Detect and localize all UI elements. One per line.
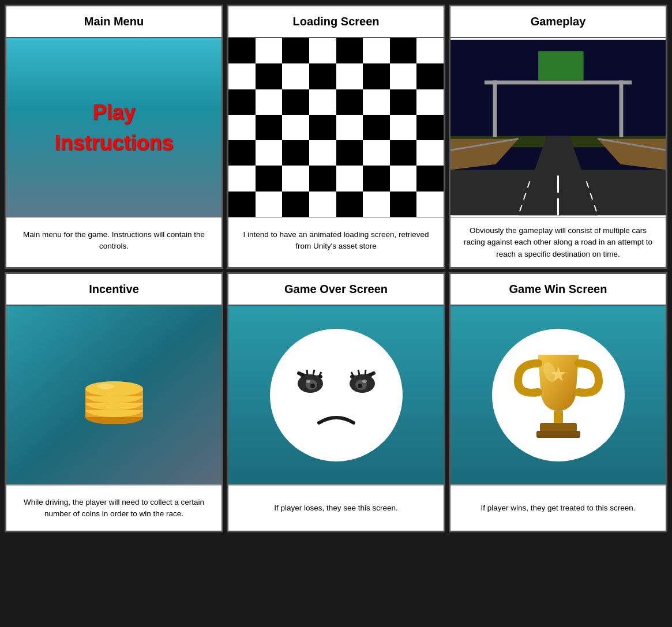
checker-cell: [416, 115, 444, 140]
desc-incentive: While driving, the player will need to c…: [6, 485, 222, 531]
checker-cell: [228, 166, 256, 191]
checker-cell: [228, 192, 256, 217]
trophy-display: [492, 329, 625, 461]
checker-cell: [336, 115, 363, 140]
svg-rect-44: [536, 431, 580, 438]
checker-cell: [336, 38, 363, 63]
svg-rect-11: [485, 81, 632, 85]
cell-game-win: Game Win Screen: [449, 272, 667, 532]
checker-cell: [363, 38, 390, 63]
checker-cell: [309, 140, 336, 166]
checker-cell: [336, 166, 363, 191]
image-incentive: [6, 306, 222, 485]
checker-cell: [309, 63, 336, 89]
checker-cell: [256, 140, 283, 166]
checker-cell: [256, 166, 283, 191]
checker-cell: [256, 115, 283, 140]
cell-gameplay: Gameplay: [449, 5, 667, 269]
image-loading-screen: [228, 38, 444, 217]
game-over-background: [228, 306, 444, 485]
checker-cell: [228, 63, 256, 89]
checker-cell: [390, 140, 417, 166]
sad-face-svg: [279, 337, 394, 453]
checker-cell: [282, 38, 309, 63]
checker-cell: [228, 115, 256, 140]
cell-game-over: Game Over Screen: [227, 272, 445, 532]
checker-cell: [390, 38, 417, 63]
checker-cell: [309, 89, 336, 115]
svg-line-40: [365, 370, 366, 375]
svg-line-39: [358, 370, 359, 375]
cell-loading-screen: Loading Screen I intend to have an anima…: [227, 5, 445, 269]
svg-rect-43: [540, 423, 577, 432]
desc-loading-screen: I intend to have an animated loading scr…: [228, 217, 444, 263]
header-gameplay: Gameplay: [450, 6, 666, 38]
checker-cell: [390, 63, 417, 89]
svg-line-31: [307, 370, 307, 375]
checker-cell: [309, 115, 336, 140]
svg-point-36: [358, 384, 362, 388]
checker-cell: [256, 63, 283, 89]
checker-cell: [282, 89, 309, 115]
desc-game-win: If player wins, they get treated to this…: [450, 485, 666, 531]
checker-cell: [363, 192, 390, 217]
incentive-background: [6, 306, 222, 485]
svg-line-32: [313, 370, 314, 375]
image-main-menu: Play Instructions: [6, 38, 222, 217]
desc-main-menu: Main menu for the game. Instructions wil…: [6, 217, 222, 263]
checker-cell: [336, 140, 363, 166]
checker-cell: [416, 63, 444, 89]
trophy-svg: [506, 343, 610, 447]
svg-point-29: [306, 380, 310, 383]
checker-cell: [363, 166, 390, 191]
cell-incentive: Incentive: [5, 272, 223, 532]
checker-cell: [256, 38, 283, 63]
checker-cell: [416, 166, 444, 191]
svg-point-28: [310, 384, 315, 388]
svg-rect-13: [620, 81, 624, 137]
checker-cell: [416, 140, 444, 166]
checkerboard-pattern: [228, 38, 444, 217]
image-game-win: [450, 306, 666, 485]
header-game-win: Game Win Screen: [450, 274, 666, 306]
checker-cell: [390, 192, 417, 217]
checker-cell: [228, 89, 256, 115]
checker-cell: [256, 89, 283, 115]
header-main-menu: Main Menu: [6, 6, 222, 38]
header-incentive: Incentive: [6, 274, 222, 306]
checker-cell: [363, 115, 390, 140]
checker-cell: [336, 63, 363, 89]
cell-main-menu: Main Menu Play Instructions Main menu fo…: [5, 5, 223, 269]
checker-cell: [282, 115, 309, 140]
checker-cell: [390, 115, 417, 140]
svg-rect-12: [493, 81, 497, 137]
checker-cell: [282, 166, 309, 191]
coin-stack: [68, 366, 160, 424]
svg-point-24: [85, 381, 143, 396]
checker-cell: [228, 38, 256, 63]
svg-rect-42: [554, 411, 563, 424]
checker-cell: [336, 192, 363, 217]
main-menu-background: Play Instructions: [6, 38, 222, 217]
coins-svg: [68, 366, 160, 424]
checker-cell: [363, 89, 390, 115]
gameplay-svg: [450, 38, 666, 217]
checker-cell: [416, 38, 444, 63]
checker-cell: [390, 166, 417, 191]
checker-cell: [282, 63, 309, 89]
header-game-over: Game Over Screen: [228, 274, 444, 306]
checker-cell: [416, 89, 444, 115]
svg-rect-10: [538, 51, 584, 80]
main-menu-play: Play: [92, 100, 135, 125]
storyboard-grid: Main Menu Play Instructions Main menu fo…: [5, 5, 667, 532]
image-gameplay: [450, 38, 666, 217]
checker-cell: [256, 192, 283, 217]
checker-cell: [416, 192, 444, 217]
checker-cell: [363, 140, 390, 166]
header-loading-screen: Loading Screen: [228, 6, 444, 38]
svg-point-25: [97, 384, 114, 389]
game-win-background: [450, 306, 666, 485]
checker-cell: [282, 140, 309, 166]
desc-game-over: If player loses, they see this screen.: [228, 485, 444, 531]
checker-cell: [309, 192, 336, 217]
